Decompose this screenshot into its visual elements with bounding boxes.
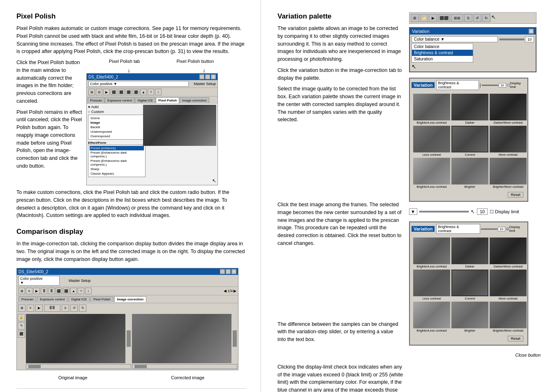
scene-item[interactable]: Scene bbox=[90, 116, 144, 120]
vp-close[interactable]: ✕ bbox=[529, 29, 534, 34]
tb10[interactable]: i bbox=[155, 89, 162, 95]
hscroll1[interactable] bbox=[26, 364, 131, 369]
scroll2[interactable] bbox=[232, 314, 237, 363]
ci2[interactable]: ≡ bbox=[27, 304, 34, 312]
vg1-reset-btn[interactable]: Reset bbox=[508, 192, 523, 198]
digitalice-tab[interactable]: Digital ICE bbox=[135, 97, 155, 103]
preset-enhance[interactable]: Preset (Enhance/no dark compress.) bbox=[90, 159, 144, 167]
c-tb5[interactable]: ≣ bbox=[48, 288, 55, 294]
c-tb9[interactable]: ? bbox=[78, 288, 84, 294]
sharp-item[interactable]: Sharp bbox=[90, 167, 144, 171]
scroll1[interactable] bbox=[126, 314, 131, 363]
vp-dd-color-balance[interactable]: Color balance bbox=[412, 44, 473, 50]
ci7[interactable]: ↻ bbox=[79, 304, 86, 312]
vg1-dropdown[interactable]: Brightness & contrast bbox=[436, 80, 479, 90]
comp-tab5[interactable]: Image correction bbox=[114, 296, 146, 302]
c-tb6[interactable]: ⬛ bbox=[56, 288, 62, 294]
vp-slider-1[interactable] bbox=[500, 39, 524, 40]
c-tb1[interactable]: ⊞ bbox=[18, 288, 25, 294]
c-tb7[interactable]: ⬛ bbox=[63, 288, 69, 294]
ti-scan[interactable]: ⊞ bbox=[411, 14, 419, 22]
preset-contrast[interactable]: Preset (enhance) bbox=[90, 146, 144, 150]
vp-dd-brightness[interactable]: Brightness & contrast bbox=[412, 50, 473, 56]
c-tb4[interactable]: ≣ bbox=[41, 288, 47, 294]
tb2[interactable]: ⊟ bbox=[96, 89, 102, 95]
comp-min[interactable]: ─ bbox=[220, 269, 225, 274]
ti-multi[interactable]: ⬛⬛ bbox=[438, 14, 450, 22]
main-slider[interactable] bbox=[419, 211, 469, 212]
ti-undo[interactable]: ↺ bbox=[473, 14, 481, 22]
tb1[interactable]: ⊞ bbox=[88, 89, 95, 95]
vg2-img-4[interactable] bbox=[451, 270, 488, 296]
comp-tab1[interactable]: Prescan bbox=[18, 296, 36, 302]
c-tb2[interactable]: ≡ bbox=[26, 288, 32, 294]
vg2-slider-track[interactable] bbox=[481, 228, 497, 230]
effects-listbox[interactable]: Preset (enhance) Preset (Enhance/no dark… bbox=[88, 145, 146, 177]
comp-max[interactable]: □ bbox=[226, 269, 231, 274]
c-tb10[interactable]: i bbox=[85, 288, 92, 294]
tb6[interactable]: ⬛ bbox=[125, 89, 132, 95]
comp-tab4[interactable]: Pixel Polish bbox=[90, 296, 113, 302]
ci3[interactable]: ▶ bbox=[35, 304, 43, 312]
next-btn[interactable]: ▶ bbox=[234, 289, 236, 293]
minimize-btn[interactable]: ─ bbox=[199, 74, 204, 79]
custom-radio[interactable]: ○ Custom bbox=[88, 110, 141, 114]
auto-radio[interactable]: ● Auto bbox=[88, 105, 141, 109]
ti-folder[interactable]: 📁 bbox=[420, 14, 428, 22]
ti-redo[interactable]: ↻ bbox=[482, 14, 490, 22]
ci6[interactable]: ↺ bbox=[70, 304, 78, 312]
vg2-slider-num[interactable]: 10 bbox=[498, 227, 505, 231]
close-btn[interactable]: ✕ bbox=[211, 74, 216, 79]
comp-tab3[interactable]: Digital ICE bbox=[68, 296, 90, 302]
c-tb3[interactable]: ▶ bbox=[33, 288, 40, 294]
vp-slider-num[interactable]: 10 bbox=[525, 37, 534, 42]
vg2-dropdown[interactable]: Brightness & contrast bbox=[436, 224, 480, 234]
underexposed-item[interactable]: Underexposed bbox=[90, 129, 144, 134]
color-positive-dropdown[interactable]: Color positive ▼ bbox=[88, 81, 189, 87]
maximize-btn[interactable]: □ bbox=[205, 74, 210, 79]
preset-contrast2[interactable]: Preset (Enhance/no dark compress.) bbox=[90, 150, 144, 159]
vg1-slider-track[interactable] bbox=[482, 85, 498, 86]
comp-dropdown[interactable]: Color positive ▼ bbox=[18, 276, 60, 286]
comp-close[interactable]: ✕ bbox=[231, 269, 236, 274]
tb8[interactable]: ▲ bbox=[140, 89, 147, 95]
comparison-para1: In the image-correction tab, clicking th… bbox=[16, 240, 246, 263]
vg2-checkbox[interactable]: ☑ bbox=[506, 227, 509, 231]
cl1[interactable]: 🔒 bbox=[18, 314, 25, 321]
vg2-reset-btn[interactable]: Reset bbox=[508, 336, 523, 341]
ti-s[interactable]: S bbox=[464, 14, 472, 22]
prev-btn[interactable]: ◀ bbox=[224, 289, 227, 293]
class-item[interactable]: Classic Appears bbox=[90, 171, 144, 176]
tb7[interactable]: ⬛ bbox=[133, 89, 139, 95]
comp-tab2[interactable]: Exposure control bbox=[37, 296, 67, 302]
tb9[interactable]: ? bbox=[148, 89, 154, 95]
vg1-checkbox[interactable]: ☐ bbox=[507, 83, 510, 87]
vg1-slider-num[interactable]: 10 bbox=[499, 83, 506, 88]
vp-dropdown-1[interactable]: Color balance ▼ bbox=[412, 36, 498, 42]
ci4[interactable]: ≣≣ bbox=[44, 304, 60, 312]
tb4[interactable]: ⬛ bbox=[111, 89, 117, 95]
tb3[interactable]: ▶ bbox=[103, 89, 110, 95]
dl-checkbox[interactable]: ☐ bbox=[490, 209, 494, 214]
tb5[interactable]: ⬛ bbox=[118, 89, 125, 95]
cl2[interactable]: ✎ bbox=[18, 322, 25, 330]
overexposed-item[interactable]: Overexposed bbox=[90, 134, 144, 138]
slider-num[interactable]: 10 bbox=[477, 208, 488, 215]
correction-listbox[interactable]: Scene Image Backlit Underexposed Overexp… bbox=[88, 115, 146, 140]
exposure-tab[interactable]: Exposure control bbox=[105, 97, 134, 103]
imgcorrection-tab[interactable]: Image correction bbox=[180, 97, 209, 103]
ti-arrow[interactable]: ▶ bbox=[429, 14, 437, 22]
backlit-item[interactable]: Backlit bbox=[90, 125, 144, 129]
cl3[interactable]: ⬛ bbox=[18, 330, 25, 338]
pixelpolish-tab[interactable]: Pixel Polish bbox=[156, 97, 179, 103]
vg1-img-4[interactable] bbox=[451, 126, 488, 152]
ci5[interactable]: S bbox=[62, 304, 69, 312]
slider-dropdown-btn[interactable]: ▼ bbox=[409, 208, 417, 215]
hscroll2[interactable] bbox=[132, 364, 237, 369]
prescan-tab[interactable]: Prescan bbox=[88, 97, 104, 103]
image-item[interactable]: Image bbox=[90, 120, 144, 125]
ci1[interactable]: ⊞ bbox=[18, 304, 25, 312]
vp-dd-saturation[interactable]: Saturation bbox=[412, 56, 473, 62]
ti-grid[interactable]: ⊞⊞ bbox=[451, 14, 463, 22]
c-tb8[interactable]: ▲ bbox=[70, 288, 77, 294]
